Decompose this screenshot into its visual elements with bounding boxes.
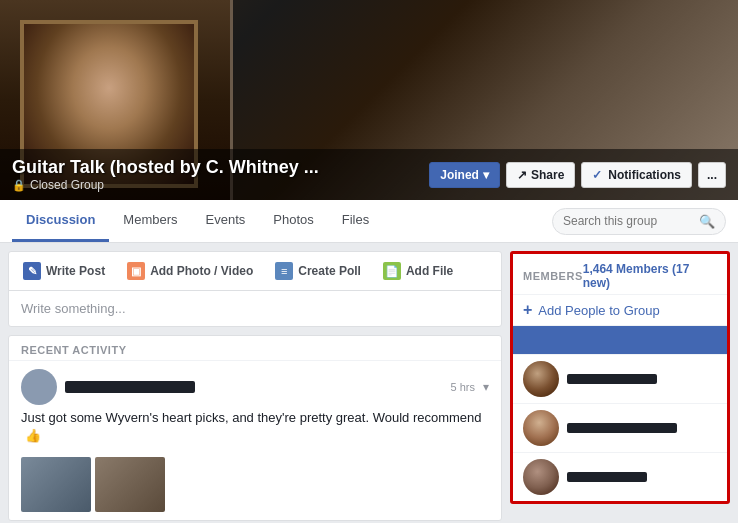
group-title-bar: Guitar Talk (hosted by C. Whitney ... 🔒 … (0, 149, 738, 200)
group-actions: Joined ▾ ↗ Share ✓ Notifications ... (429, 162, 726, 188)
member-name-redacted (567, 374, 657, 384)
lock-icon: 🔒 (12, 179, 26, 192)
members-count: 1,464 Members (17 new) (583, 262, 717, 290)
recent-activity-label: RECENT ACTIVITY (9, 336, 501, 360)
search-icon: 🔍 (699, 214, 715, 229)
search-input[interactable] (563, 214, 693, 228)
avatar (523, 410, 559, 446)
members-label: MEMBERS (523, 270, 583, 282)
member-name-redacted (567, 472, 647, 482)
chevron-down-icon: ▾ (483, 168, 489, 182)
right-column: MEMBERS 1,464 Members (17 new) + Add Peo… (510, 251, 738, 521)
post-text: Just got some Wyvern's heart picks, and … (21, 409, 489, 445)
search-group: 🔍 (552, 208, 726, 235)
avatar (21, 369, 57, 405)
avatar (523, 459, 559, 495)
add-people-button[interactable]: + Add People to Group (513, 295, 727, 326)
nav-tabs: Discussion Members Events Photos Files (12, 200, 552, 242)
activity-user (21, 369, 195, 405)
group-name-area: Guitar Talk (hosted by C. Whitney ... 🔒 … (12, 157, 319, 192)
add-file-button[interactable]: 📄 Add File (373, 256, 463, 286)
more-button[interactable]: ... (698, 162, 726, 188)
members-box: MEMBERS 1,464 Members (17 new) + Add Peo… (510, 251, 730, 504)
chevron-down-icon[interactable]: ▾ (483, 380, 489, 394)
avatar (523, 361, 559, 397)
share-button[interactable]: ↗ Share (506, 162, 575, 188)
tab-files[interactable]: Files (328, 200, 383, 242)
activity-image-row (9, 453, 501, 520)
user-name-redacted (65, 381, 195, 393)
notifications-button[interactable]: ✓ Notifications (581, 162, 692, 188)
cover-photo: Guitar Talk (hosted by C. Whitney ... 🔒 … (0, 0, 738, 200)
post-area: ✎ Write Post ▣ Add Photo / Video ≡ Creat… (8, 251, 502, 327)
tab-members[interactable]: Members (109, 200, 191, 242)
create-poll-button[interactable]: ≡ Create Poll (265, 256, 371, 286)
post-buttons: ✎ Write Post ▣ Add Photo / Video ≡ Creat… (9, 252, 501, 291)
file-icon: 📄 (383, 262, 401, 280)
members-blue-section (513, 326, 727, 354)
add-photo-button[interactable]: ▣ Add Photo / Video (117, 256, 263, 286)
photo-icon: ▣ (127, 262, 145, 280)
tab-events[interactable]: Events (192, 200, 260, 242)
group-title: Guitar Talk (hosted by C. Whitney ... (12, 157, 319, 178)
add-people-label: Add People to Group (538, 303, 659, 318)
post-time: 5 hrs (451, 381, 475, 393)
write-input[interactable]: Write something... (9, 291, 501, 326)
recent-activity: RECENT ACTIVITY 5 hrs ▾ Just got some Wy… (8, 335, 502, 521)
activity-header: 5 hrs ▾ (21, 369, 489, 405)
thumbs-up-icon: 👍 (25, 428, 41, 443)
list-item (513, 452, 727, 501)
list-item (513, 354, 727, 403)
activity-post: 5 hrs ▾ Just got some Wyvern's heart pic… (9, 360, 501, 453)
activity-thumb-2 (95, 457, 165, 512)
tab-discussion[interactable]: Discussion (12, 200, 109, 242)
checkmark-icon: ✓ (592, 168, 602, 182)
write-icon: ✎ (23, 262, 41, 280)
left-column: ✎ Write Post ▣ Add Photo / Video ≡ Creat… (0, 251, 510, 521)
member-name-redacted (567, 423, 677, 433)
poll-icon: ≡ (275, 262, 293, 280)
group-type: 🔒 Closed Group (12, 178, 319, 192)
activity-thumb-1 (21, 457, 91, 512)
share-icon: ↗ (517, 168, 527, 182)
main-content: ✎ Write Post ▣ Add Photo / Video ≡ Creat… (0, 243, 738, 521)
joined-button[interactable]: Joined ▾ (429, 162, 500, 188)
write-post-button[interactable]: ✎ Write Post (13, 256, 115, 286)
tab-photos[interactable]: Photos (259, 200, 327, 242)
list-item (513, 403, 727, 452)
nav-bar: Discussion Members Events Photos Files 🔍 (0, 200, 738, 243)
members-header: MEMBERS 1,464 Members (17 new) (513, 254, 727, 295)
plus-icon: + (523, 301, 532, 319)
